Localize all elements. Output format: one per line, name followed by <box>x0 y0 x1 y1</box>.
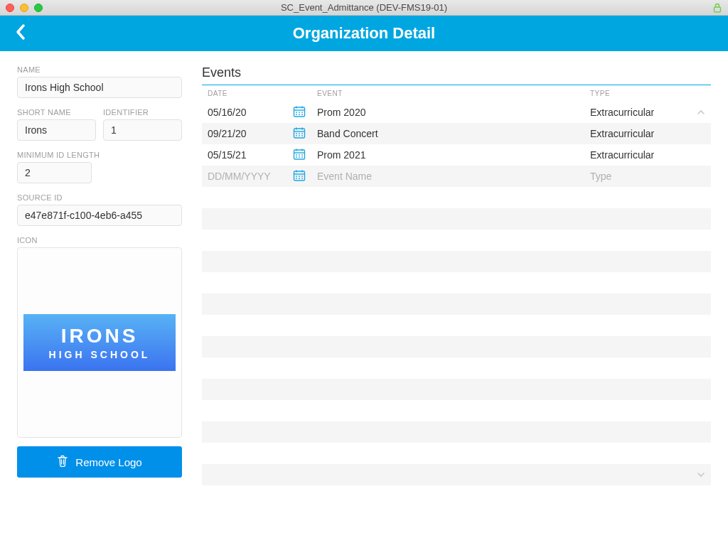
table-row-new[interactable]: DD/MM/YYYYEvent NameType <box>202 166 711 187</box>
event-date[interactable]: 09/21/20 <box>202 123 287 144</box>
events-table-wrap: DATE EVENT TYPE 05/16/20Prom 2020Extracu… <box>202 85 711 485</box>
page-header: Organization Detail <box>0 16 728 51</box>
icon-label: ICON <box>17 236 182 244</box>
identifier-input[interactable] <box>103 119 182 141</box>
name-label: NAME <box>17 65 182 74</box>
short-name-label: SHORT NAME <box>17 108 96 117</box>
source-id-input[interactable] <box>17 205 182 226</box>
events-table: DATE EVENT TYPE 05/16/20Prom 2020Extracu… <box>202 85 711 485</box>
table-row-empty <box>202 251 711 272</box>
chevron-down-icon[interactable] <box>697 470 705 480</box>
svg-point-20 <box>301 135 303 136</box>
minimize-window-button[interactable] <box>20 4 28 12</box>
svg-point-15 <box>296 133 297 134</box>
event-name[interactable]: Prom 2021 <box>311 144 584 166</box>
table-row-empty <box>202 336 711 357</box>
event-name[interactable]: Band Concert <box>311 123 584 144</box>
table-row-empty <box>202 443 711 464</box>
table-row-empty <box>202 379 711 400</box>
calendar-icon[interactable] <box>287 123 311 144</box>
table-row[interactable]: 05/16/20Prom 2020Extracurricular <box>202 102 711 123</box>
col-cal-header <box>287 85 311 102</box>
svg-point-37 <box>301 176 303 177</box>
svg-point-17 <box>301 133 303 134</box>
col-date-header: DATE <box>202 85 287 102</box>
logo-line-1: IRONS <box>61 325 139 348</box>
table-row-empty <box>202 187 711 208</box>
svg-point-19 <box>299 135 300 136</box>
min-id-length-label: MINIMUM ID LENGTH <box>17 151 182 159</box>
row-chevron <box>691 144 711 166</box>
table-row-empty <box>202 400 711 421</box>
new-event-name[interactable]: Event Name <box>311 166 584 187</box>
table-row-empty <box>202 272 711 294</box>
table-row-empty <box>202 421 711 443</box>
new-event-date[interactable]: DD/MM/YYYY <box>202 166 287 187</box>
svg-point-25 <box>296 154 297 156</box>
remove-logo-button[interactable]: Remove Logo <box>17 446 182 478</box>
svg-point-40 <box>301 178 303 179</box>
table-row-empty <box>202 357 711 379</box>
table-row-empty <box>202 230 711 251</box>
organization-logo: IRONS HIGH SCHOOL <box>23 314 176 371</box>
source-id-label: SOURCE ID <box>17 193 182 202</box>
table-row-empty <box>202 208 711 230</box>
svg-point-8 <box>296 114 297 115</box>
table-row[interactable]: 09/21/20Band ConcertExtracurricular <box>202 123 711 144</box>
svg-point-26 <box>299 154 300 156</box>
col-type-header: TYPE <box>584 85 691 102</box>
window-title: SC_Event_Admittance (DEV-FMS19-01) <box>281 2 447 13</box>
col-event-header: EVENT <box>311 85 584 102</box>
svg-point-38 <box>296 178 297 179</box>
table-row-empty <box>202 464 711 485</box>
calendar-icon[interactable] <box>287 102 311 123</box>
events-title: Events <box>202 65 711 80</box>
back-button[interactable] <box>14 23 27 44</box>
col-chevron-header <box>691 85 711 102</box>
main-content: NAME SHORT NAME IDENTIFIER MINIMUM ID LE… <box>0 51 728 502</box>
svg-point-35 <box>296 176 297 177</box>
calendar-icon[interactable] <box>287 144 311 166</box>
trash-icon <box>57 455 68 470</box>
icon-container[interactable]: IRONS HIGH SCHOOL <box>17 247 182 438</box>
svg-point-36 <box>299 176 300 177</box>
svg-point-7 <box>301 112 303 113</box>
event-date[interactable]: 05/16/20 <box>202 102 287 123</box>
event-type[interactable]: Extracurricular <box>584 102 691 123</box>
row-chevron <box>691 123 711 144</box>
svg-point-10 <box>301 114 303 115</box>
lock-icon <box>712 3 722 13</box>
svg-point-16 <box>299 133 300 134</box>
svg-point-9 <box>299 114 300 115</box>
event-name[interactable]: Prom 2020 <box>311 102 584 123</box>
min-id-length-input[interactable] <box>17 162 92 183</box>
svg-rect-0 <box>714 7 721 12</box>
events-header-row: DATE EVENT TYPE <box>202 85 711 102</box>
svg-point-30 <box>301 156 303 158</box>
svg-point-5 <box>296 112 297 113</box>
svg-point-39 <box>299 178 300 179</box>
maximize-window-button[interactable] <box>34 4 43 12</box>
chevron-up-icon[interactable] <box>697 108 705 118</box>
svg-point-6 <box>299 112 300 113</box>
svg-point-27 <box>301 154 303 156</box>
short-name-input[interactable] <box>17 119 96 141</box>
titlebar: SC_Event_Admittance (DEV-FMS19-01) <box>0 0 728 16</box>
event-date[interactable]: 05/15/21 <box>202 144 287 166</box>
table-row[interactable]: 05/15/21Prom 2021Extracurricular <box>202 144 711 166</box>
new-event-type[interactable]: Type <box>584 166 691 187</box>
row-chevron <box>691 102 711 123</box>
calendar-icon[interactable] <box>287 166 311 187</box>
table-row-empty <box>202 315 711 336</box>
close-window-button[interactable] <box>6 4 14 12</box>
name-input[interactable] <box>17 77 182 98</box>
logo-line-2: HIGH SCHOOL <box>49 349 151 360</box>
event-type[interactable]: Extracurricular <box>584 123 691 144</box>
svg-point-28 <box>296 156 297 158</box>
events-column: Events DATE EVENT TYPE 05/16/20Prom 2020… <box>202 65 711 488</box>
row-chevron <box>691 166 711 187</box>
event-type[interactable]: Extracurricular <box>584 144 691 166</box>
svg-point-29 <box>299 156 300 158</box>
table-row-empty <box>202 294 711 315</box>
svg-point-18 <box>296 135 297 136</box>
